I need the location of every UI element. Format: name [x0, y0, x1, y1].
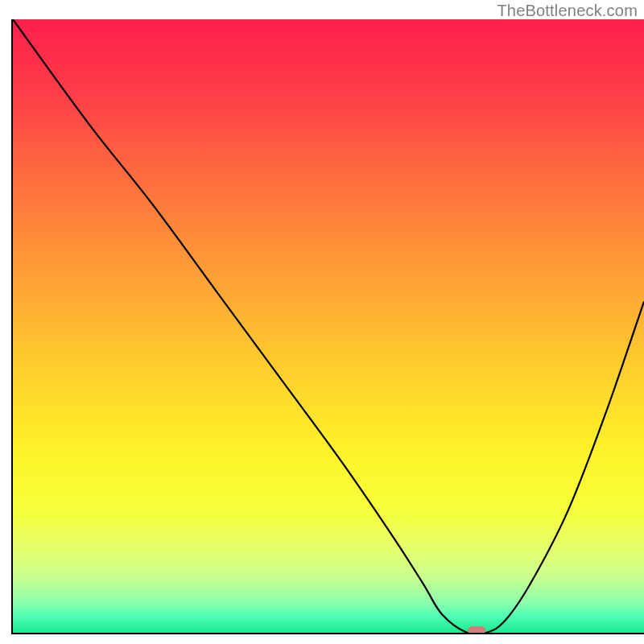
gradient-background [13, 19, 644, 633]
chart-svg [11, 19, 644, 633]
plot-area [11, 19, 644, 633]
chart-container: TheBottleneck.com [0, 0, 644, 644]
highlight-pill [468, 626, 485, 633]
x-axis [11, 633, 644, 634]
watermark-text: TheBottleneck.com [497, 2, 638, 20]
